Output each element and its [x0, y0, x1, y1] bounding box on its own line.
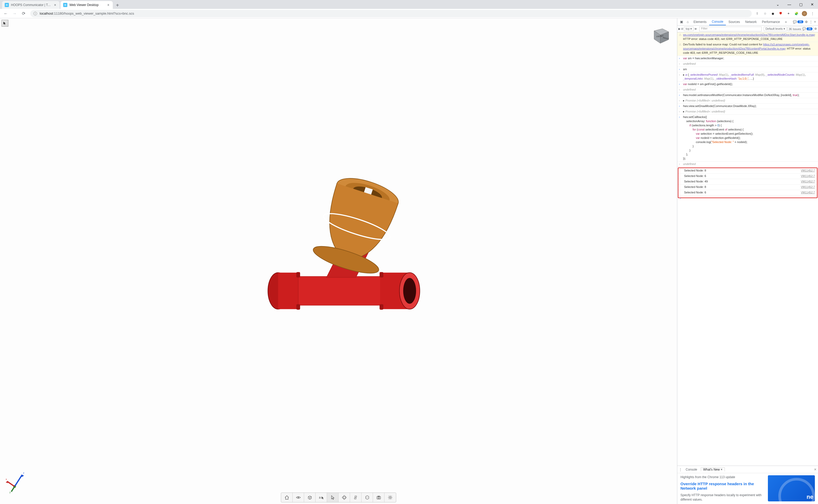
tab-title: Web Viewer Desktop [69, 3, 105, 7]
console-prompt[interactable]: › [678, 195, 817, 198]
browser-tabstrip: H HOOPS Communicator | Tech Sof × H Web … [0, 0, 818, 9]
tab-network[interactable]: Network [743, 18, 759, 25]
issues-counter[interactable]: 36 Issues: 💬36 [787, 27, 814, 31]
browser-tab-1[interactable]: H Web Viewer Desktop × [61, 1, 113, 9]
gear-icon[interactable]: ⚙ [805, 20, 808, 24]
highlighted-output: Selected Node: 8VM11452:7 Selected Node:… [678, 168, 817, 198]
menu-icon[interactable]: ⋮ [809, 20, 813, 24]
extensions-icon[interactable]: ✦ [786, 11, 791, 16]
svg-text:a: a [319, 496, 321, 499]
back-button[interactable]: ← [2, 10, 9, 17]
console-log-line: Selected Node: 8VM11452:7 [678, 185, 817, 190]
explode-button[interactable] [350, 493, 361, 502]
extension-icon[interactable]: ◉ [770, 11, 775, 16]
cube-view-button[interactable] [304, 493, 316, 502]
whatsnew-thumbnail[interactable] [768, 475, 815, 501]
close-icon[interactable]: × [106, 3, 110, 7]
pointer-button[interactable] [327, 493, 339, 502]
tab-performance[interactable]: Performance [759, 18, 783, 25]
devtools-tabs: ▣ ⌂ Elements Console Sources Network Per… [677, 18, 818, 26]
drawer-subtitle: Highlights from the Chrome 113 update [680, 475, 764, 479]
svg-point-33 [343, 495, 345, 500]
drawer-tab-whatsnew[interactable]: What's New × [701, 467, 725, 471]
console-input-block: ›hwv.setCallbacks({ selectionArray: func… [677, 115, 818, 162]
close-window-button[interactable]: ✕ [807, 0, 818, 9]
console-warning: ⚠ ws.com/onelogin-sourcemaps/extensions/… [677, 32, 818, 42]
issues-badge[interactable]: 💬36 [793, 20, 803, 24]
console-input-line: ›sm [677, 67, 818, 72]
drawer-tab-console[interactable]: Console [684, 468, 699, 471]
tab-title: HOOPS Communicator | Tech Sof [11, 3, 52, 7]
favicon-icon: H [63, 3, 67, 7]
drawer-headline[interactable]: Override HTTP response headers in the Ne… [680, 482, 764, 490]
puzzle-icon[interactable]: 🧩 [794, 11, 799, 16]
omnibox[interactable]: i localhost:11180/hoops_web_viewer_sampl… [30, 10, 752, 17]
model-canvas[interactable] [8, 29, 672, 488]
drawer-menu-icon[interactable]: ⋮ [679, 468, 682, 471]
look-button[interactable] [293, 493, 304, 502]
console-output-line: ‹▸ a {_selectedItemsPruned: Map(1), _sel… [677, 72, 818, 82]
tab-elements[interactable]: Elements [691, 18, 709, 25]
console-output-line: ‹undefined [677, 61, 818, 67]
console-output-line: ‹▸ Promise {<fulfilled>: undefined} [677, 109, 818, 115]
site-info-icon[interactable]: i [33, 12, 37, 15]
tab-console[interactable]: Console [709, 18, 726, 25]
log-levels-selector[interactable]: Default levels ▾ [764, 27, 787, 31]
console-toolbar: ▶ ⊘ top ▾ 👁 Filter Default levels ▾ 36 I… [677, 26, 818, 32]
tab-more[interactable]: » [783, 18, 790, 25]
svg-line-25 [7, 481, 15, 487]
device-icon[interactable]: ⌂ [685, 20, 691, 24]
close-icon[interactable]: × [814, 20, 816, 24]
reload-button[interactable]: ⟳ [20, 10, 27, 17]
context-selector[interactable]: top ▾ [684, 27, 694, 31]
select-tool-button[interactable] [2, 20, 8, 27]
viewer-toolbar: a [281, 493, 396, 502]
maximize-button[interactable]: ▢ [795, 0, 807, 9]
svg-line-28 [11, 487, 15, 492]
address-bar: ← → ⟳ i localhost:11180/hoops_web_viewer… [0, 9, 818, 18]
console-input-line: ›var nodeId = sm.getFirst().getNodeId(); [677, 82, 818, 87]
orbit-button[interactable] [339, 493, 350, 502]
eye-icon[interactable]: 👁 [694, 27, 697, 31]
sidebar-toggle-icon[interactable]: ▶ [678, 27, 680, 31]
filter-input[interactable]: Filter [699, 27, 761, 31]
console-output-line: ‹undefined [677, 87, 818, 93]
browser-tab-0[interactable]: H HOOPS Communicator | Tech Sof × [2, 1, 60, 9]
bookmark-icon[interactable]: ☆ [763, 11, 767, 16]
axis-triad[interactable]: z x y [5, 470, 29, 494]
console-log-line: Selected Node: 49VM11452:7 [678, 179, 817, 185]
menu-icon[interactable]: ⋮ [810, 11, 815, 16]
svg-point-32 [342, 496, 346, 499]
new-tab-button[interactable]: + [114, 2, 121, 9]
tab-sources[interactable]: Sources [726, 18, 743, 25]
inspect-icon[interactable]: ▣ [678, 20, 685, 24]
console-input-line: ›hwv.model.setInstanceModifier(Communica… [677, 93, 818, 98]
avatar-icon[interactable] [802, 11, 807, 16]
settings-button[interactable] [384, 493, 396, 502]
minimize-button[interactable]: — [784, 0, 795, 9]
section-button[interactable] [361, 493, 373, 502]
console-log-line: Selected Node: 6VM11452:7 [678, 190, 817, 195]
clear-console-icon[interactable]: ⊘ [681, 27, 683, 31]
devtools-panel: ▣ ⌂ Elements Console Sources Network Per… [677, 18, 818, 504]
console-input-line: ›var sm = hwv.selectionManager; [677, 56, 818, 61]
share-icon[interactable]: ⇧ [755, 11, 760, 16]
close-icon[interactable]: × [814, 467, 816, 472]
svg-line-22 [15, 475, 22, 487]
snapshot-button[interactable] [373, 493, 384, 502]
console-log-line: Selected Node: 8VM11452:7 [678, 168, 817, 174]
home-button[interactable] [281, 493, 293, 502]
text-select-button[interactable]: a [316, 493, 327, 502]
shield-icon[interactable]: ⛊ [778, 11, 783, 16]
gear-icon[interactable]: ⚙ [814, 27, 817, 31]
chevron-down-icon[interactable]: ⌄ [772, 0, 784, 9]
console-output-line: ‹undefined [677, 162, 818, 167]
hoops-viewer[interactable]: FRONT RIGHT [0, 18, 677, 504]
close-icon[interactable]: × [53, 3, 57, 7]
forward-button[interactable]: → [11, 10, 18, 17]
svg-text:y: y [9, 491, 11, 494]
console-output[interactable]: ⚠ ws.com/onelogin-sourcemaps/extensions/… [677, 32, 818, 466]
console-output-line: ‹▸ Promise {<fulfilled>: undefined} [677, 98, 818, 104]
svg-point-36 [378, 497, 380, 499]
svg-point-10 [403, 278, 416, 304]
